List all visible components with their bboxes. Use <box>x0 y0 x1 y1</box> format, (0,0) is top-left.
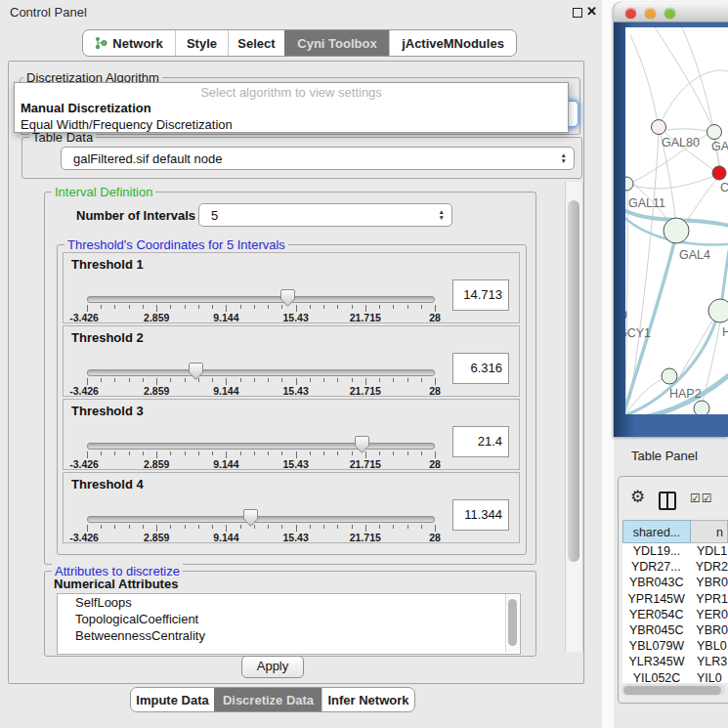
cell-name[interactable]: YLR3 <box>691 654 728 669</box>
network-node[interactable] <box>708 299 728 322</box>
tab-cyni-toolbox[interactable]: Cyni Toolbox <box>284 30 389 56</box>
threshold-value-box[interactable]: 11.344 <box>452 499 509 531</box>
panel-tab-bar: Network Style Select Cyni Toolbox jActiv… <box>82 29 517 57</box>
network-node[interactable] <box>707 125 722 140</box>
panel-scrollbar[interactable] <box>565 182 583 652</box>
number-of-intervals-combobox[interactable]: 5 ▲▼ <box>198 203 452 227</box>
table-row[interactable]: YBL079WYBL0 <box>622 638 728 654</box>
table-row[interactable]: YPR145WYPR1 <box>622 591 728 607</box>
network-edge[interactable] <box>630 35 659 127</box>
gear-icon[interactable]: ⚙ <box>630 487 645 507</box>
tick-mark <box>310 305 311 309</box>
cell-shared-name[interactable]: YBR045C <box>622 622 690 638</box>
table-horizontal-scrollbar[interactable] <box>621 684 725 696</box>
slider-track[interactable] <box>87 369 435 376</box>
cell-shared-name[interactable]: YER054C <box>622 607 690 622</box>
network-node[interactable] <box>625 308 626 321</box>
network-edge[interactable] <box>633 176 714 189</box>
tick-mark <box>296 451 297 458</box>
network-window-titlebar[interactable] <box>614 2 728 22</box>
float-window-icon[interactable] <box>573 8 582 18</box>
attribute-list-item[interactable]: SelfLoops <box>58 594 520 611</box>
tick-mark <box>393 378 394 382</box>
threshold-value-box[interactable]: 21.4 <box>452 426 509 457</box>
table-row[interactable]: YER054CYER0 <box>622 607 728 622</box>
minimize-traffic-light-icon[interactable] <box>645 8 656 19</box>
tick-mark <box>129 305 130 309</box>
network-node[interactable] <box>712 166 726 180</box>
cell-name[interactable]: YDR2 <box>690 559 728 575</box>
table-data-combobox[interactable]: galFiltered.sif default node ▲▼ <box>61 147 575 170</box>
cell-name[interactable]: YBL0 <box>691 638 728 654</box>
cell-name[interactable]: YER0 <box>690 607 728 622</box>
network-edge[interactable] <box>655 27 711 125</box>
cell-shared-name[interactable]: YPR145W <box>622 591 690 607</box>
cell-shared-name[interactable]: YDR27... <box>622 559 690 575</box>
scale-tick-label: -3.426 <box>69 385 99 397</box>
network-node[interactable] <box>625 177 633 191</box>
network-canvas[interactable]: GAL80GACGAL11GAL4GCY1HHAP2 <box>625 27 728 414</box>
cell-shared-name[interactable]: YDL19... <box>622 543 691 559</box>
cell-name[interactable]: YDL1 <box>691 543 728 559</box>
cell-name[interactable]: YBR0 <box>690 575 728 590</box>
network-node[interactable] <box>664 218 689 243</box>
cell-name[interactable]: YBR0 <box>690 622 728 638</box>
network-node[interactable] <box>694 401 709 414</box>
network-node[interactable] <box>652 120 666 135</box>
checkbox-options-icon[interactable]: ☑☑ <box>690 492 713 505</box>
tick-mark <box>226 451 227 458</box>
tick-mark <box>296 378 297 385</box>
cell-shared-name[interactable]: YBR043C <box>622 575 690 590</box>
tab-style[interactable]: Style <box>175 30 228 56</box>
cell-shared-name[interactable]: YIL052C <box>622 670 691 684</box>
tick-mark <box>435 305 436 312</box>
tick-mark <box>212 525 213 529</box>
tab-jactivemnodules[interactable]: jActiveMNodules <box>389 30 516 56</box>
cell-name[interactable]: YIL0 <box>691 670 728 684</box>
tick-mark <box>365 305 366 312</box>
tab-infer-network[interactable]: Infer Network <box>321 688 414 711</box>
table-row[interactable]: YDR27...YDR2 <box>622 559 728 575</box>
network-edge[interactable] <box>686 180 716 222</box>
column-layout-icon[interactable] <box>659 492 676 510</box>
dropdown-option-equal-width[interactable]: Equal Width/Frequency Discretization <box>15 116 568 133</box>
slider-track[interactable] <box>87 443 435 450</box>
threshold-value-box[interactable]: 14.713 <box>452 279 509 311</box>
dropdown-option-manual[interactable]: Manual Discretization <box>15 100 568 116</box>
cell-shared-name[interactable]: YBL079W <box>622 638 691 654</box>
tab-discretize-data[interactable]: Discretize Data <box>214 688 321 711</box>
table-row[interactable]: YLR345WYLR3 <box>622 654 728 669</box>
tab-network[interactable]: Network <box>83 30 175 56</box>
network-edge[interactable] <box>625 191 627 408</box>
table-row[interactable]: YIL052CYIL0 <box>622 670 728 684</box>
threshold-value-box[interactable]: 6.316 <box>452 353 509 384</box>
network-edge[interactable] <box>676 320 713 383</box>
list-scrollbar[interactable] <box>505 594 519 652</box>
attribute-list-item[interactable]: BetweennessCentrality <box>58 627 520 644</box>
network-edge-highlighted[interactable] <box>722 250 728 299</box>
tab-impute-data[interactable]: Impute Data <box>131 688 214 711</box>
attribute-list-item[interactable]: TopologicalCoefficient <box>58 611 520 627</box>
scale-tick-label: 15.43 <box>282 458 308 470</box>
table-row[interactable]: YBR043CYBR0 <box>622 575 728 590</box>
zoom-traffic-light-icon[interactable] <box>664 8 675 19</box>
cell-name[interactable]: YPR1 <box>690 591 728 607</box>
network-edge[interactable] <box>630 135 659 399</box>
network-edge[interactable] <box>659 70 728 127</box>
column-header-shared[interactable]: shared... <box>622 520 691 543</box>
network-edge[interactable] <box>665 129 707 131</box>
scale-labels: -3.4262.8599.14415.4321.71528 <box>87 312 435 322</box>
slider-track[interactable] <box>87 296 435 303</box>
tab-select[interactable]: Select <box>228 30 284 56</box>
threshold-panel: Threshold 2-3.4262.8599.14415.4321.71528… <box>63 325 520 397</box>
column-header-name[interactable]: n <box>691 520 728 543</box>
table-row[interactable]: YDL19...YDL1 <box>622 543 728 559</box>
scale-tick-label: 9.144 <box>213 458 238 470</box>
network-node[interactable] <box>662 368 677 384</box>
cell-shared-name[interactable]: YLR345W <box>622 654 691 669</box>
table-row[interactable]: YBR045CYBR0 <box>622 622 728 638</box>
close-icon[interactable]: ✕ <box>586 4 597 19</box>
slider-track[interactable] <box>87 516 435 523</box>
apply-button[interactable]: Apply <box>241 656 304 678</box>
close-traffic-light-icon[interactable] <box>625 8 636 19</box>
